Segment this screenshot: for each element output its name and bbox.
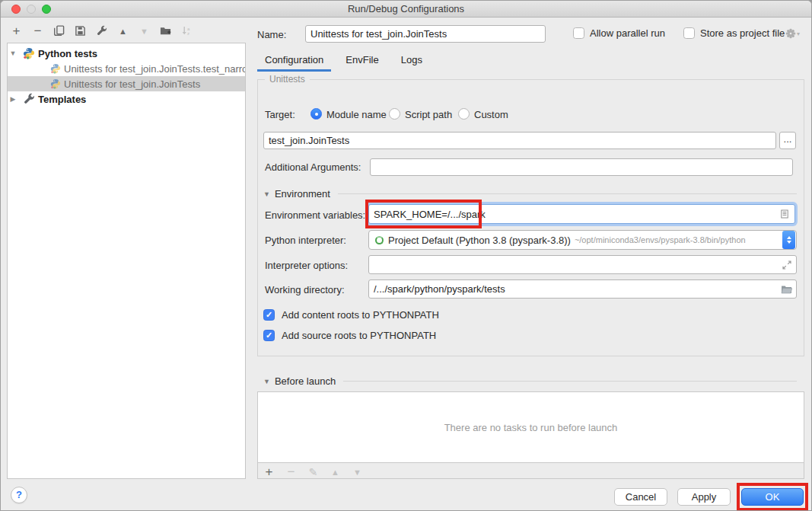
copy-configuration-button[interactable] (53, 24, 65, 37)
create-folder-button[interactable] (159, 24, 172, 37)
allow-parallel-run-checkbox[interactable]: Allow parallel run (573, 27, 665, 39)
templates-wrench-icon (23, 93, 35, 105)
edit-env-vars-button[interactable] (779, 209, 790, 219)
add-configuration-button[interactable]: + (10, 24, 23, 37)
chevron-right-icon[interactable]: ▶ (8, 95, 18, 103)
move-down-button[interactable]: ▼ (138, 24, 151, 37)
gear-icon (785, 28, 796, 39)
annotation-ok-highlight (737, 483, 808, 511)
radio-custom[interactable] (458, 108, 470, 120)
radio-script-path[interactable] (389, 108, 400, 120)
tree-item-label: Python tests (38, 48, 97, 59)
python-test-icon (50, 78, 61, 89)
wrench-icon (96, 25, 107, 37)
expand-field-button[interactable] (782, 260, 792, 270)
radio-module-name-label: Module name (326, 109, 387, 120)
help-button[interactable]: ? (11, 487, 27, 503)
tree-item-label: Unittests for test_join.JoinTests.test_n… (64, 63, 245, 75)
sort-az-icon (181, 25, 193, 37)
before-launch-label: Before launch (275, 375, 336, 387)
radio-module-name[interactable] (310, 108, 322, 120)
environment-section-label: Environment (275, 188, 330, 200)
browse-module-button[interactable]: ... (779, 132, 796, 149)
copy-icon (53, 25, 65, 37)
python-interpreter-label: Python interpreter: (265, 235, 346, 246)
additional-arguments-label: Additional Arguments: (265, 161, 361, 173)
checkbox-unchecked-icon (683, 27, 695, 39)
tree-item-test-narrow[interactable]: Unittests for test_join.JoinTests.test_n… (8, 61, 245, 76)
browse-directory-button[interactable] (780, 284, 792, 295)
environment-variables-label: Environment variables: (265, 209, 365, 221)
window-title: Run/Debug Configurations (1, 1, 811, 17)
tree-item-python-tests[interactable]: ▼ Python tests (8, 46, 245, 61)
additional-arguments-input[interactable] (370, 158, 793, 176)
zoom-window-icon[interactable] (42, 5, 51, 14)
working-directory-input[interactable] (368, 279, 797, 299)
working-directory-label: Working directory: (265, 284, 345, 295)
empty-tasks-message: There are no tasks to run before launch (444, 422, 618, 433)
before-launch-task-list[interactable]: There are no tasks to run before launch (258, 392, 804, 463)
chevron-down-icon: ▾ (797, 30, 800, 37)
add-source-roots-checkbox[interactable]: ✓ Add source roots to PYTHONPATH (263, 330, 436, 341)
sort-configurations-button[interactable] (180, 24, 193, 37)
radio-script-path-label: Script path (405, 109, 452, 120)
allow-parallel-run-label: Allow parallel run (590, 27, 665, 39)
conda-env-icon (375, 236, 384, 244)
tree-item-label: Unittests for test_join.JoinTests (64, 78, 200, 90)
environment-section-header[interactable]: ▼ Environment (263, 188, 797, 200)
before-launch-section-header[interactable]: ▼ Before launch (263, 375, 797, 387)
cancel-button[interactable]: Cancel (614, 488, 667, 506)
chevron-down-icon[interactable]: ▼ (8, 50, 18, 57)
titlebar: Run/Debug Configurations (1, 1, 811, 18)
tab-configuration[interactable]: Configuration (257, 51, 331, 72)
chevron-down-icon: ▼ (263, 190, 270, 198)
interpreter-options-input[interactable] (368, 255, 797, 274)
configurations-tree: ▼ Python tests Unittests for test_join.J… (7, 43, 246, 479)
edit-templates-button[interactable] (95, 24, 108, 37)
apply-button[interactable]: Apply (677, 488, 731, 506)
edit-task-button[interactable]: ✎ (307, 466, 320, 479)
python-interpreter-select[interactable]: Project Default (Python 3.8 (pyspark-3.8… (368, 230, 797, 250)
remove-task-button[interactable]: − (285, 466, 298, 479)
chevron-down-icon: ▼ (263, 378, 270, 385)
add-task-button[interactable]: + (263, 466, 275, 479)
tree-item-jointests[interactable]: Unittests for test_join.JoinTests (8, 76, 245, 91)
module-name-input[interactable] (263, 132, 776, 149)
add-content-roots-checkbox[interactable]: ✓ Add content roots to PYTHONPATH (263, 309, 439, 321)
move-task-down-button[interactable]: ▼ (351, 466, 364, 479)
store-options-button[interactable]: ▾ (785, 28, 800, 39)
run-debug-configurations-dialog: Run/Debug Configurations + − ▲ ▼ ▼ Pytho… (0, 0, 812, 511)
checkbox-unchecked-icon (573, 27, 584, 39)
tab-envfile[interactable]: EnvFile (338, 51, 386, 72)
expand-icon (782, 260, 791, 270)
python-test-icon (50, 63, 61, 74)
annotation-env-vars-highlight (365, 200, 482, 228)
checkbox-checked-icon: ✓ (263, 330, 275, 341)
target-label: Target: (265, 109, 295, 120)
minimize-window-icon[interactable] (27, 5, 36, 14)
add-content-roots-label: Add content roots to PYTHONPATH (282, 309, 439, 321)
tab-logs[interactable]: Logs (393, 51, 430, 72)
save-icon (75, 25, 86, 37)
move-task-up-button[interactable]: ▲ (329, 466, 342, 479)
section-divider (338, 193, 797, 194)
remove-configuration-button[interactable]: − (31, 24, 44, 37)
configurations-toolbar: + − ▲ ▼ (10, 24, 193, 37)
interpreter-options-label: Interpreter options: (265, 260, 348, 271)
move-up-button[interactable]: ▲ (116, 24, 129, 37)
save-configuration-button[interactable] (74, 24, 87, 37)
new-folder-icon (160, 25, 171, 37)
python-tests-icon (23, 47, 35, 59)
store-as-project-file-checkbox[interactable]: Store as project file (683, 27, 785, 39)
radio-custom-label: Custom (474, 109, 508, 120)
checkbox-checked-icon: ✓ (263, 309, 275, 321)
close-window-icon[interactable] (11, 5, 21, 14)
add-source-roots-label: Add source roots to PYTHONPATH (282, 330, 436, 341)
tree-item-templates[interactable]: ▶ Templates (8, 91, 245, 107)
interpreter-value: Project Default (Python 3.8 (pyspark-3.8… (388, 235, 571, 246)
env-vars-list-icon (780, 209, 789, 219)
dropdown-stepper-icon[interactable] (782, 231, 795, 249)
name-label: Name: (257, 29, 286, 40)
section-divider (343, 381, 797, 382)
name-input[interactable] (305, 25, 546, 43)
